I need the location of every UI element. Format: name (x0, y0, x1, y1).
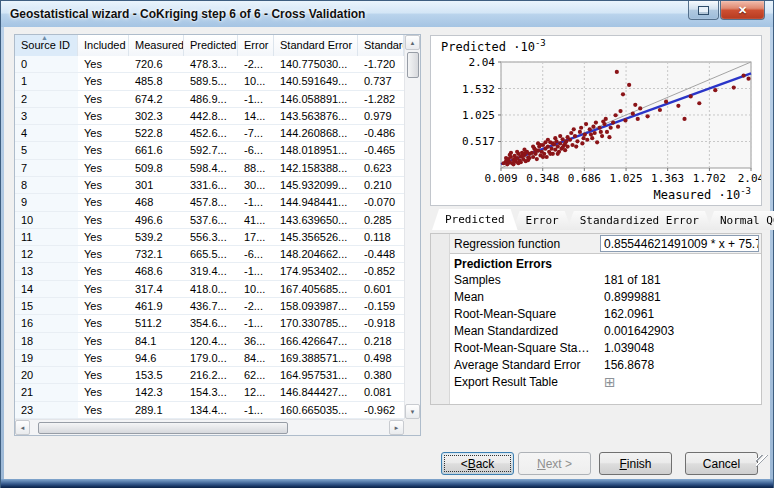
data-point (511, 162, 515, 166)
predicted-vs-measured-chart[interactable]: 0.5171.0251.5322.040.0090.3480.6861.0251… (430, 35, 762, 206)
data-point (615, 70, 619, 74)
table-row[interactable]: 9Yes468457.8...-1...144.948441...-0.070 (15, 194, 404, 211)
table-row[interactable]: 23Yes289.1134.4...-1...160.665035...-0.9… (15, 402, 404, 419)
table-row[interactable]: 15Yes461.9436.7...-2...158.093987...-0.1… (15, 298, 404, 315)
table-vertical-scrollbar[interactable]: ▲ ▼ (404, 35, 420, 419)
table-cell: -0.918 (358, 315, 404, 331)
table-row[interactable]: 12Yes732.1665.5...-6...148.204662...-0.4… (15, 246, 404, 263)
tab-standardized-error[interactable]: Standardized Error (567, 211, 712, 230)
column-header-standard-error[interactable]: Standard Error (274, 35, 358, 56)
column-header-standardized[interactable]: Standardized (358, 35, 404, 56)
finish-button[interactable]: Finish (599, 452, 672, 475)
horizontal-scrollbar-thumb[interactable] (38, 422, 288, 434)
x-axis-tick-label: 1.025 (609, 172, 642, 185)
resize-grip-icon[interactable] (756, 455, 768, 467)
tab-normal-qqplot[interactable]: Normal QQPlot (707, 211, 774, 230)
property-label: Average Standard Error (450, 357, 600, 374)
table-row[interactable]: 2Yes674.2486.9...-1...146.058891...-1.28… (15, 91, 404, 108)
scroll-down-button[interactable]: ▼ (405, 404, 420, 419)
title-bar[interactable]: Geostatistical wizard - CoKriging step 6… (1, 1, 773, 27)
table-cell: -0.070 (358, 194, 404, 210)
data-point (605, 130, 609, 134)
vertical-scrollbar-thumb[interactable] (407, 52, 419, 78)
table-cell: 0 (15, 56, 78, 72)
table-cell: 665.5... (184, 246, 238, 262)
table-row[interactable]: 21Yes142.3154.3...12...146.844427...0.08… (15, 384, 404, 401)
scroll-left-icon: ◄ (20, 425, 26, 431)
table-cell: Yes (78, 108, 129, 124)
table-cell: 589.5... (184, 73, 238, 89)
table-row[interactable]: 1Yes485.8589.5...10...140.591649...0.737 (15, 73, 404, 90)
column-header-label: Standard Error (280, 39, 352, 51)
scroll-right-button[interactable]: ► (389, 420, 404, 435)
cancel-button[interactable]: Cancel (685, 452, 758, 475)
table-row[interactable]: 14Yes317.4418.0...10...167.405685...0.60… (15, 281, 404, 298)
table-cell: 62... (238, 367, 274, 383)
table-row[interactable]: 8Yes301331.6...30...145.932099...0.210 (15, 177, 404, 194)
table-row[interactable]: 20Yes153.5216.2...62...164.957531...0.38… (15, 367, 404, 384)
tab-error[interactable]: Error (513, 211, 572, 230)
table-cell: 169.388571... (274, 350, 358, 366)
maximize-button[interactable] (688, 1, 719, 20)
column-header-included[interactable]: Included (78, 35, 129, 56)
table-row[interactable]: 13Yes468.6319.4...-1...174.953402...-0.8… (15, 263, 404, 280)
scroll-left-button[interactable]: ◄ (15, 420, 30, 435)
data-point (689, 94, 693, 98)
column-header-error[interactable]: Error (238, 35, 274, 56)
back-button[interactable]: < Back (441, 452, 514, 475)
table-horizontal-scrollbar[interactable]: ◄ ► (15, 419, 404, 435)
property-row-root-mean-square-standar: Root-Mean-Square Standar...1.039048 (450, 340, 761, 357)
table-row[interactable]: 10Yes496.6537.6...41...143.639650...0.28… (15, 212, 404, 229)
table-cell: 720.6 (129, 56, 184, 72)
column-header-predicted[interactable]: Predicted (184, 35, 238, 56)
data-point (609, 126, 613, 130)
data-point (746, 77, 750, 81)
data-point (638, 106, 642, 110)
table-cell: 84... (238, 350, 274, 366)
data-point (551, 141, 555, 145)
data-point (732, 85, 736, 89)
table-cell: 164.957531... (274, 367, 358, 383)
close-button[interactable]: ✕ (720, 1, 765, 20)
table-cell: 452.6... (184, 125, 238, 141)
table-row[interactable]: 3Yes302.3442.8...14...143.563876...0.979 (15, 108, 404, 125)
table-cell: 14 (15, 281, 78, 297)
table-row[interactable]: 5Yes661.6592.7...-6...148.018951...-0.46… (15, 142, 404, 159)
table-row[interactable]: 19Yes94.6179.0...84...169.388571...0.498 (15, 350, 404, 367)
column-header-measured[interactable]: Measured (129, 35, 184, 56)
table-row[interactable]: 7Yes509.8598.4...88...142.158388...0.623 (15, 160, 404, 177)
data-point (546, 144, 550, 148)
next-button: Next > (518, 452, 591, 475)
export-result-table-icon[interactable]: ⊞ (604, 374, 616, 390)
data-point (513, 157, 517, 161)
table-cell: -1... (238, 194, 274, 210)
table-cell: 148.018951... (274, 142, 358, 158)
scatter-plot: 0.5171.0251.5322.040.0090.3480.6861.0251… (431, 36, 761, 205)
y-axis-tick-label: 1.025 (462, 109, 495, 122)
column-header-label: Included (84, 39, 126, 51)
data-point (713, 88, 717, 92)
data-point (583, 132, 587, 136)
table-row[interactable]: 18Yes84.1120.4...36...166.426647...0.218 (15, 333, 404, 350)
window-controls: ✕ (687, 1, 765, 20)
table-cell: 30... (238, 177, 274, 193)
scroll-up-button[interactable]: ▲ (405, 35, 420, 50)
table-row[interactable]: 16Yes511.2354.6...-1...170.330785...-0.9… (15, 315, 404, 332)
table-cell: -2... (238, 56, 274, 72)
table-cell: 174.953402... (274, 263, 358, 279)
table-row[interactable]: 4Yes522.8452.6...-7...144.260868...-0.48… (15, 125, 404, 142)
tab-predicted[interactable]: Predicted (432, 209, 518, 230)
table-cell: 134.4... (184, 402, 238, 418)
table-cell: 15 (15, 298, 78, 314)
geostatistical-wizard-dialog: Geostatistical wizard - CoKriging step 6… (0, 0, 774, 488)
data-point (646, 114, 650, 118)
table-row[interactable]: 0Yes720.6478.3...-2...140.775030...-1.72… (15, 56, 404, 73)
table-cell: Yes (78, 384, 129, 400)
column-header-source-id[interactable]: ▲Source ID (15, 35, 78, 56)
regression-function-value[interactable]: 0.85544621491009 * x + 75.7... (600, 235, 759, 252)
table-row[interactable]: 11Yes539.2556.3...17...145.356526...0.11… (15, 229, 404, 246)
x-axis-tick-label: 1.363 (651, 172, 684, 185)
table-cell: 0.601 (358, 281, 404, 297)
table-cell: Yes (78, 315, 129, 331)
property-label: Samples (450, 272, 600, 289)
